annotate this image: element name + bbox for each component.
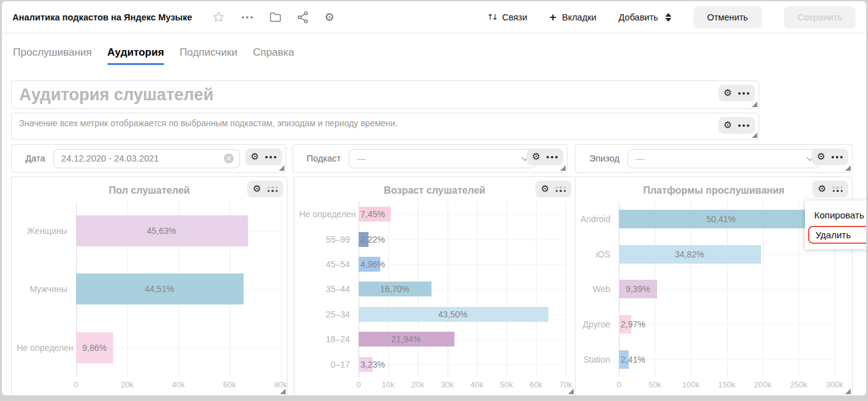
bar-value-label: 34,82% <box>674 249 704 259</box>
add-widget-button[interactable]: Добавить <box>619 12 671 22</box>
resize-handle[interactable] <box>845 389 851 394</box>
gear-icon[interactable]: ⚙ <box>532 152 540 162</box>
podcast-select[interactable]: — <box>349 149 536 168</box>
more-menu-icon[interactable] <box>738 92 749 95</box>
episode-filter-label: Эпизод <box>582 153 619 163</box>
bar-track: 21,94% <box>359 327 566 351</box>
axis-tick: 30k <box>441 380 454 389</box>
chart-controls: ⚙ <box>812 181 848 197</box>
chart-controls: ⚙ <box>247 181 283 197</box>
chart-row: 18–2421,94% <box>299 327 566 351</box>
date-filter-label: Дата <box>18 153 45 163</box>
gear-icon[interactable]: ⚙ <box>251 152 259 162</box>
episode-select[interactable]: — <box>628 149 821 168</box>
bar-value-label: 45,63% <box>147 226 176 236</box>
axis-tick: 0 <box>616 380 621 389</box>
filter-episode-widget: Эпизод — ⚙ <box>575 144 853 173</box>
bar-rows: Женщины45,63%Мужчины44,51%Не определен9,… <box>17 202 281 377</box>
gridline <box>566 202 566 377</box>
category-label: Мужчины <box>17 284 76 294</box>
bar-value-label: 16,70% <box>380 284 409 294</box>
tab-spravka[interactable]: Справка <box>253 46 294 65</box>
tab-auditoriya[interactable]: Аудитория <box>108 46 164 65</box>
category-label: Не определен <box>17 343 76 353</box>
gridline <box>281 202 281 377</box>
more-menu-icon[interactable] <box>556 186 566 192</box>
podcast-widget-controls: ⚙ <box>527 149 563 165</box>
more-menu-icon[interactable] <box>265 156 276 158</box>
tab-proslushivaniya[interactable]: Прослушивания <box>13 46 92 65</box>
chart-controls: ⚙ <box>535 181 571 197</box>
chart-row: 45–544,96% <box>299 252 566 277</box>
more-menu-icon[interactable] <box>833 186 843 192</box>
gear-icon[interactable]: ⚙ <box>724 121 732 130</box>
spinner-arrows-icon <box>665 13 671 22</box>
date-range-input[interactable]: 24.12.2020 - 24.03.2021 ✕ <box>53 149 240 168</box>
chart-row: Другое2,97% <box>581 307 835 342</box>
bar-track: 4,96% <box>359 252 566 277</box>
app-window: Аналитика подкастов на Яндекс Музыке ⚙ ↑… <box>2 1 866 395</box>
bar-value-label: 9,86% <box>82 343 107 353</box>
gear-icon[interactable]: ⚙ <box>253 184 261 194</box>
chart-row: 55–992,22% <box>299 226 566 251</box>
connections-button[interactable]: ↑↓ Связи <box>487 12 527 22</box>
resize-handle[interactable] <box>845 165 851 171</box>
resize-handle[interactable] <box>560 165 566 171</box>
bar-track: 2,97% <box>619 307 835 342</box>
menu-item-copy[interactable]: Копировать <box>805 206 866 224</box>
axis-tick: 0 <box>356 380 360 389</box>
axis-tick: 80k <box>274 380 287 389</box>
bar-track: 34,82% <box>619 237 835 272</box>
share-icon[interactable] <box>297 11 308 24</box>
chart-plot-area: Женщины45,63%Мужчины44,51%Не определен9,… <box>17 202 281 390</box>
sort-arrows-icon: ↑↓ <box>487 12 496 22</box>
bar-track: 43,50% <box>359 302 566 327</box>
gear-icon[interactable]: ⚙ <box>817 152 825 162</box>
cancel-button[interactable]: Отменить <box>694 6 762 28</box>
category-label: 25–34 <box>299 309 359 319</box>
category-label: 18–24 <box>299 334 359 344</box>
resize-handle[interactable] <box>752 101 757 107</box>
gear-icon[interactable]: ⚙ <box>541 184 549 194</box>
chart-row: 25–3443,50% <box>299 302 566 327</box>
top-bar-actions: ↑↓ Связи + Вкладки Добавить Отменить Сох… <box>487 6 856 28</box>
resize-handle[interactable] <box>280 389 286 394</box>
gear-icon[interactable]: ⚙ <box>818 184 826 194</box>
more-menu-icon[interactable] <box>547 156 558 158</box>
page-title: Аудитория слушателей <box>19 85 213 105</box>
bar-value-label: 43,50% <box>438 309 467 319</box>
title-widget: Аудитория слушателей ⚙ <box>11 80 759 109</box>
more-menu-icon[interactable] <box>738 124 749 127</box>
axis-tick: 10k <box>381 380 394 389</box>
add-tabs-button[interactable]: + Вкладки <box>550 11 597 23</box>
folder-icon[interactable] <box>270 12 281 22</box>
clear-icon[interactable]: ✕ <box>224 153 234 163</box>
gear-icon[interactable]: ⚙ <box>724 88 732 98</box>
menu-item-delete[interactable]: Удалить <box>808 226 866 244</box>
more-menu-icon[interactable] <box>268 186 278 192</box>
episode-widget-controls: ⚙ <box>812 149 848 165</box>
favorite-star-icon[interactable] <box>212 11 225 24</box>
save-button[interactable]: Сохранить <box>784 6 856 28</box>
x-axis: 050k100k150k200k250k300k <box>619 377 835 390</box>
settings-gear-icon[interactable]: ⚙ <box>325 12 334 23</box>
bar-track: 3,23% <box>359 352 566 377</box>
axis-tick: 20k <box>411 380 424 389</box>
category-label: Web <box>581 284 619 294</box>
description-widget: Значение всех метрик отображается по выб… <box>11 113 759 140</box>
date-widget-controls: ⚙ <box>245 149 282 165</box>
top-bar: Аналитика подкастов на Яндекс Музыке ⚙ ↑… <box>2 1 866 33</box>
filter-date-widget: Дата 24.12.2020 - 24.03.2021 ✕ ⚙ <box>11 144 286 173</box>
resize-handle[interactable] <box>752 132 757 138</box>
bar-track: 2,22% <box>359 226 566 251</box>
more-ellipsis-icon[interactable] <box>241 15 253 19</box>
chart-age: Возраст слушателей ⚙ Не определен7,45%55… <box>294 176 576 395</box>
chart-row: Женщины45,63% <box>17 202 281 260</box>
chart-row: Web9,39% <box>581 272 835 307</box>
more-menu-icon[interactable] <box>832 156 843 158</box>
bar-track: 44,51% <box>76 260 281 318</box>
resize-handle[interactable] <box>279 165 284 171</box>
tab-podpischiki[interactable]: Подписчики <box>179 46 237 65</box>
resize-handle[interactable] <box>568 389 574 394</box>
row-gridline <box>359 364 566 365</box>
